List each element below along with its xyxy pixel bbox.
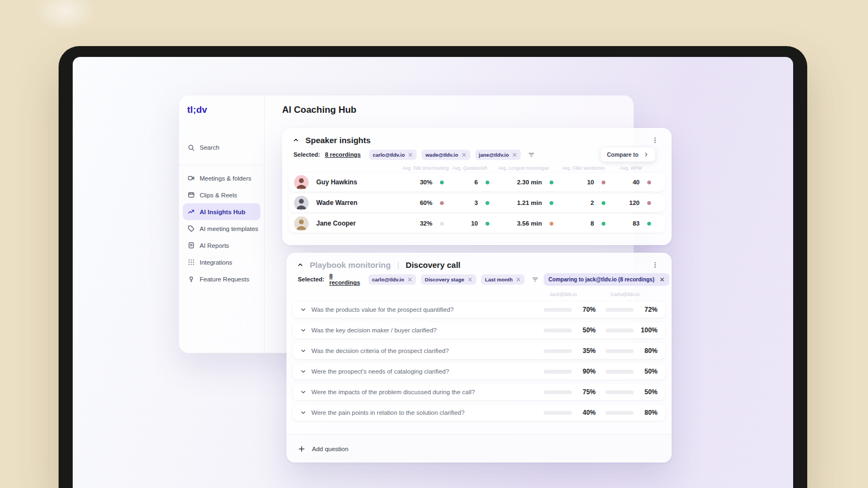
selected-recordings-link[interactable]: 8 recordings	[329, 273, 360, 286]
status-dot	[602, 181, 605, 184]
question-row[interactable]: Were the impacts of the problem discusse…	[293, 384, 665, 400]
metric-value: 83	[633, 220, 640, 227]
filter-chip[interactable]: carlo@tldv.io	[368, 274, 416, 285]
playbook-title: Discovery call	[406, 260, 461, 269]
report-icon	[188, 242, 195, 249]
question-text: Was the key decision maker / buyer clari…	[311, 327, 437, 333]
close-icon[interactable]	[462, 152, 467, 157]
speaker-name: Jane Cooper	[316, 220, 356, 227]
filter-icon[interactable]	[532, 276, 539, 283]
speaker-insights-panel: Speaker insights Selected: 8 recordings …	[282, 128, 672, 245]
speaker-name: Guy Hawkins	[316, 178, 357, 186]
chevron-down-icon[interactable]	[301, 389, 306, 395]
playbook-header: Playbook monitoring | Discovery call	[286, 253, 672, 269]
metric-cell: 120	[614, 200, 660, 206]
metric-value: 3	[475, 200, 478, 206]
close-icon[interactable]	[516, 277, 521, 282]
kebab-menu-icon[interactable]	[652, 137, 659, 144]
filter-icon[interactable]	[528, 151, 535, 158]
speaker-row[interactable]: Wade Warren 60% 3 1.21 min 2 120	[289, 194, 665, 212]
add-question-button[interactable]: Add question	[286, 434, 672, 463]
metric-value: 120	[629, 200, 640, 206]
speaker-row[interactable]: Jane Cooper 32% 10 3.56 min 8 83	[289, 214, 665, 233]
tldv-logo: tl;dv	[187, 105, 207, 115]
speaker-row[interactable]: Guy Hawkins 30% 6 2.30 min 10 40	[289, 173, 665, 191]
sidebar-item-feature-requests[interactable]: Feature Requests	[183, 271, 260, 287]
title-separator: |	[397, 261, 399, 269]
progress-percent: 50%	[638, 388, 658, 396]
filter-chip[interactable]: Last month	[481, 274, 525, 285]
comparison-column-header: Carlo@tldv.io	[599, 292, 651, 297]
sidebar-item-label: Meetings & folders	[200, 175, 251, 182]
selected-recordings-link[interactable]: 8 recordings	[325, 151, 361, 158]
close-icon[interactable]	[468, 277, 473, 282]
search-button[interactable]: Search	[183, 141, 260, 154]
metric-cell: 40	[614, 179, 660, 185]
column-header: Avg. WPM	[614, 165, 660, 171]
page-title: AI Coaching Hub	[282, 105, 356, 115]
chevron-down-icon[interactable]	[301, 410, 306, 415]
question-row[interactable]: Were the pain points in relation to the …	[293, 404, 665, 421]
status-dot	[602, 222, 605, 226]
question-row[interactable]: Were the prospect's needs of cataloging …	[293, 363, 665, 380]
progress-percent: 100%	[638, 326, 658, 334]
progress-group: 50%	[605, 368, 658, 375]
playbook-filter-chips: carlo@tldv.io Discovery stage Last month	[368, 274, 525, 285]
collapse-chevron-up-icon[interactable]	[297, 262, 303, 268]
progress-group: 35%	[544, 347, 596, 355]
sidebar-item-integrations[interactable]: Integrations	[183, 254, 260, 271]
desktop-background: tl;dv Search Meetings & folders Clips & …	[0, 0, 868, 488]
metric-cell: 30%	[403, 179, 452, 185]
sidebar-item-label: Integrations	[200, 259, 232, 266]
filter-chip[interactable]: jane@tldv.io	[475, 150, 521, 160]
compare-to-button[interactable]: Compare to	[601, 147, 655, 162]
filter-chip[interactable]: wade@tldv.io	[422, 150, 470, 160]
filter-chip[interactable]: carlo@tldv.io	[369, 150, 417, 160]
sidebar-item-label: AI Insights Hub	[200, 209, 245, 215]
progress-track	[544, 308, 572, 312]
question-row[interactable]: Was the key decision maker / buyer clari…	[293, 322, 665, 338]
trend-icon	[188, 208, 195, 215]
chevron-down-icon[interactable]	[301, 328, 306, 333]
filter-chip-label: wade@tldv.io	[425, 152, 458, 158]
sidebar-item-meetings-folders[interactable]: Meetings & folders	[183, 170, 260, 187]
question-row[interactable]: Was the decision criteria of the prospec…	[293, 343, 665, 359]
sidebar-item-clips-reels[interactable]: Clips & Reels	[183, 187, 260, 203]
progress-track	[605, 370, 634, 374]
close-icon[interactable]	[512, 152, 517, 157]
close-icon[interactable]	[408, 152, 413, 157]
filter-chip[interactable]: Discovery stage	[421, 274, 476, 285]
question-text: Were the prospect's needs of cataloging …	[311, 368, 449, 375]
speaker-name: Wade Warren	[316, 199, 358, 207]
chevron-down-icon[interactable]	[301, 348, 306, 354]
comparison-column-header: Jack@tldv.io	[537, 292, 589, 297]
status-dot	[647, 201, 651, 205]
sidebar-item-ai-reports[interactable]: AI Reports	[183, 237, 260, 254]
video-camera-icon	[188, 175, 195, 182]
progress-track	[605, 349, 634, 353]
close-icon[interactable]	[660, 277, 665, 282]
question-row[interactable]: Was the products value for the prospect …	[293, 301, 665, 318]
chevron-down-icon[interactable]	[301, 307, 306, 312]
sidebar-item-ai-meeting-templates[interactable]: AI meeting templates	[183, 220, 260, 237]
close-icon[interactable]	[407, 277, 412, 282]
sidebar-item-ai-insights-hub[interactable]: AI Insights Hub	[183, 203, 260, 220]
playbook-panel: Playbook monitoring | Discovery call Sel…	[286, 253, 672, 463]
progress-group: 75%	[544, 388, 596, 396]
collapse-chevron-up-icon[interactable]	[293, 137, 299, 143]
chevron-down-icon[interactable]	[301, 369, 306, 374]
search-icon	[188, 144, 195, 151]
progress-group: 70%	[544, 306, 596, 313]
metric-value: 6	[475, 179, 478, 185]
progress-group: 80%	[605, 409, 658, 416]
metric-value: 2.30 min	[517, 179, 542, 185]
progress-percent: 80%	[638, 409, 658, 416]
grid-icon	[188, 259, 195, 266]
progress-track	[544, 370, 572, 374]
filter-chip-label: Last month	[485, 277, 513, 282]
metric-value: 1.21 min	[517, 200, 542, 206]
sidebar-divider	[179, 165, 264, 165]
progress-track	[605, 329, 634, 332]
kebab-menu-icon[interactable]	[652, 261, 659, 268]
sidebar-item-label: AI Reports	[200, 242, 229, 249]
